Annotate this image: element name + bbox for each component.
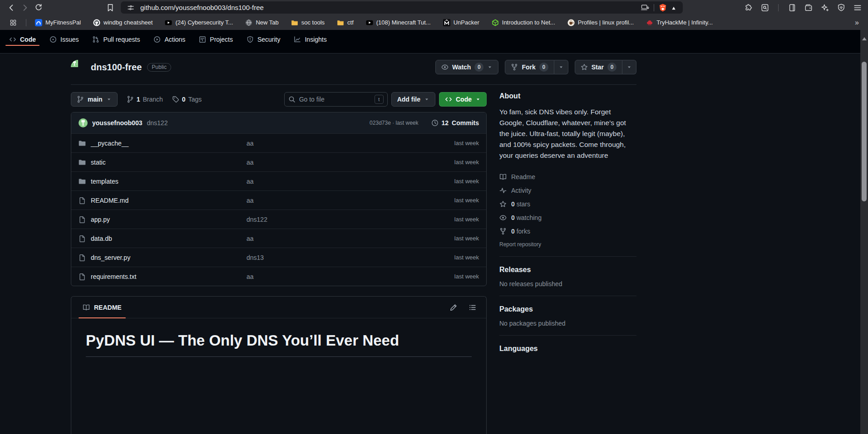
file-name[interactable]: README.md <box>91 197 128 204</box>
file-commit-message[interactable]: aa <box>247 235 429 242</box>
repo-description: Yo fam, sick DNS vibes only. Forget Goog… <box>499 107 636 161</box>
fork-dropdown[interactable] <box>554 60 568 74</box>
file-name[interactable]: app.py <box>91 216 110 223</box>
bookmark-page-icon[interactable] <box>104 1 117 15</box>
file-name[interactable]: requirements.txt <box>91 273 136 280</box>
branch-selector[interactable]: main <box>71 92 118 107</box>
file-row[interactable]: __pycache__ aa last week <box>71 133 486 152</box>
tags-link[interactable]: 0 Tags <box>172 96 202 103</box>
file-row[interactable]: static aa last week <box>71 152 486 171</box>
app-grid-icon[interactable] <box>6 16 20 29</box>
url-text[interactable]: github.com/youssefnoob003/dns100-free <box>140 4 264 11</box>
bookmarks-overflow-chevron[interactable]: » <box>855 19 862 27</box>
bookmark-item[interactable]: UnPacker <box>443 19 479 26</box>
activity-link[interactable]: Activity <box>499 185 636 195</box>
readme-link[interactable]: Readme <box>499 172 636 181</box>
code-button[interactable]: Code <box>439 92 487 107</box>
reload-button[interactable] <box>32 1 45 15</box>
file-row[interactable]: requirements.txt aa last week <box>71 267 486 286</box>
bookmark-item[interactable]: Profiles | linux profil... <box>567 19 634 26</box>
file-name[interactable]: __pycache__ <box>91 140 128 147</box>
go-to-file-input[interactable]: Go to file t <box>284 92 388 107</box>
bookmark-item[interactable]: ctf <box>337 19 354 26</box>
brave-rewards-icon[interactable] <box>668 2 679 13</box>
commit-sha-time[interactable]: 023d73e · last week <box>370 120 418 126</box>
watch-button[interactable]: Watch 0 <box>435 60 498 74</box>
report-repository-link[interactable]: Report repository <box>499 241 541 248</box>
commits-link[interactable]: 12 Commits <box>431 119 479 127</box>
stars-link[interactable]: 0 stars <box>499 199 636 209</box>
bookmark-item[interactable]: MyFitnessPal <box>35 19 81 26</box>
bookmark-item[interactable]: (24) Cybersecurity T... <box>165 19 233 26</box>
page-scrollbar[interactable] <box>860 30 868 434</box>
fork-button[interactable]: Fork 0 <box>505 60 554 74</box>
edit-readme-icon[interactable] <box>447 301 460 314</box>
scrollbar-up-arrow[interactable] <box>862 37 867 40</box>
sidebar-divider <box>499 296 636 296</box>
file-commit-message[interactable]: dns13 <box>247 254 429 261</box>
site-controls-icon[interactable] <box>125 2 136 13</box>
file-row[interactable]: README.md aa last week <box>71 190 486 210</box>
menu-icon[interactable] <box>851 1 863 14</box>
file-commit-message[interactable]: aa <box>247 197 429 204</box>
tab-actions[interactable]: Actions <box>150 34 189 49</box>
bookmark-item[interactable]: windbg cheatsheet <box>93 19 153 26</box>
wallet-icon[interactable] <box>802 1 814 14</box>
file-name[interactable]: dns_server.py <box>91 254 130 261</box>
scrollbar-thumb[interactable] <box>862 62 867 201</box>
file-name[interactable]: templates <box>91 178 118 185</box>
outline-list-icon[interactable] <box>466 301 479 314</box>
file-name[interactable]: static <box>91 159 106 166</box>
tab-insights[interactable]: Insights <box>290 34 330 49</box>
extensions-icon[interactable] <box>742 1 755 14</box>
repo-name[interactable]: dns100-free <box>91 62 142 73</box>
file-commit-message[interactable]: aa <box>247 178 429 185</box>
tab-search-icon[interactable] <box>759 1 771 14</box>
bookmark-label: soc tools <box>301 19 325 26</box>
commit-author[interactable]: youssefnoob003 <box>92 119 142 127</box>
leo-ai-icon[interactable] <box>819 1 831 14</box>
watching-link[interactable]: 0 watching <box>499 213 636 222</box>
urlbar-divider <box>654 4 654 11</box>
url-bar[interactable]: github.com/youssefnoob003/dns100-free <box>121 1 683 14</box>
star-button[interactable]: Star 0 <box>575 60 622 74</box>
file-commit-message[interactable]: dns122 <box>247 216 429 223</box>
file-commit-message[interactable]: aa <box>247 159 429 166</box>
file-commit-message[interactable]: aa <box>247 273 429 280</box>
forks-link[interactable]: 0 forks <box>499 226 636 236</box>
bookmark-item[interactable]: Introduction to Net... <box>492 19 555 26</box>
bookmark-label: (108) Minecraft Tut... <box>376 19 431 26</box>
code-icon <box>445 96 452 103</box>
bookmark-item[interactable]: (108) Minecraft Tut... <box>366 19 431 26</box>
tab-pull-requests[interactable]: Pull requests <box>89 34 143 49</box>
chevron-down-icon <box>626 64 632 70</box>
bookmark-item[interactable]: TryHackMe | Infinity... <box>646 19 713 26</box>
send-to-device-icon[interactable] <box>640 2 651 13</box>
bookmark-item[interactable]: soc tools <box>291 19 325 26</box>
star-dropdown[interactable] <box>622 60 636 74</box>
commit-author-avatar[interactable] <box>79 118 88 127</box>
sidebar-toggle-icon[interactable] <box>786 1 798 14</box>
forward-button[interactable] <box>18 1 32 15</box>
tab-issues[interactable]: Issues <box>46 34 82 49</box>
tab-projects[interactable]: Projects <box>195 34 237 49</box>
activity-link-label: Activity <box>511 187 531 194</box>
file-commit-message[interactable]: aa <box>247 140 429 147</box>
commit-message[interactable]: dns122 <box>147 119 168 127</box>
repo-owner-avatar[interactable] <box>71 60 85 74</box>
file-name[interactable]: data.db <box>91 235 112 242</box>
brave-shields-icon[interactable] <box>657 2 668 13</box>
tab-code[interactable]: Code <box>5 34 39 49</box>
back-button[interactable] <box>5 1 18 15</box>
vpn-shield-icon[interactable] <box>835 1 847 14</box>
tab-security[interactable]: Security <box>243 34 284 49</box>
file-row[interactable]: templates aa last week <box>71 171 486 190</box>
file-row[interactable]: app.py dns122 last week <box>71 210 486 229</box>
star-count: 0 <box>607 63 616 72</box>
add-file-button[interactable]: Add file <box>391 92 435 107</box>
branches-link[interactable]: 1 Branch <box>127 96 163 103</box>
bookmark-item[interactable]: New Tab <box>245 19 278 26</box>
file-row[interactable]: data.db aa last week <box>71 229 486 248</box>
readme-tab[interactable]: README <box>79 297 126 318</box>
file-row[interactable]: dns_server.py dns13 last week <box>71 248 486 267</box>
